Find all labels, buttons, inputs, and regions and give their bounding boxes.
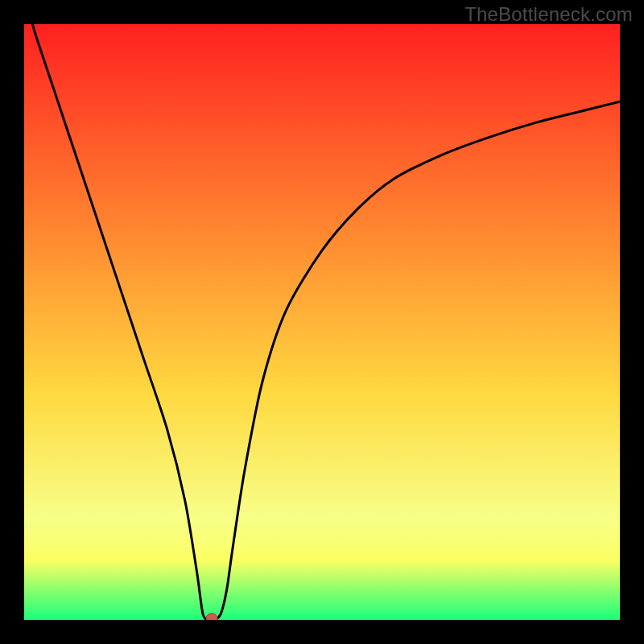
chart-frame: TheBottleneck.com [0, 0, 644, 644]
gradient-background [24, 24, 620, 620]
chart-svg [24, 24, 620, 620]
plot-area [24, 24, 620, 620]
watermark-text: TheBottleneck.com [464, 3, 633, 26]
optimal-point-marker [206, 613, 217, 620]
